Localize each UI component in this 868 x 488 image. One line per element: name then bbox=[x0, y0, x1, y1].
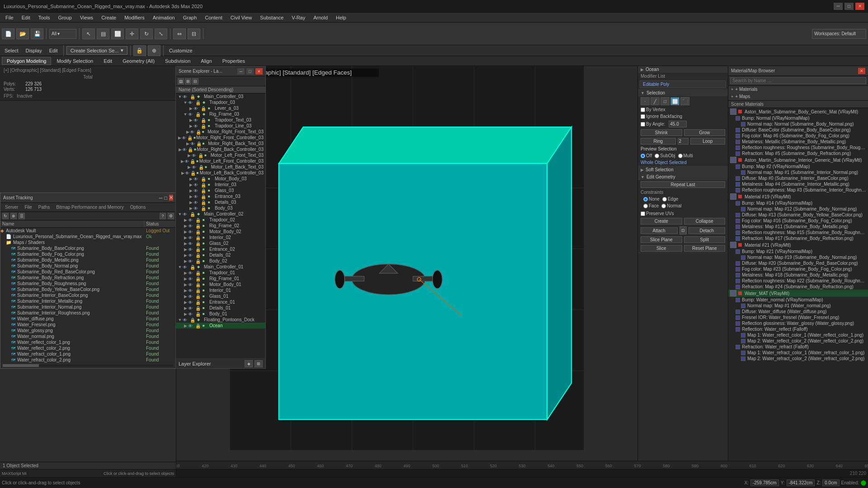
rotate-btn[interactable]: ↻ bbox=[140, 28, 153, 39]
normal-radio-input[interactable] bbox=[661, 204, 666, 208]
se-item[interactable]: ▶ 👁 🔒 ■ Details_01 bbox=[176, 305, 265, 311]
eye-icon[interactable]: 👁 bbox=[185, 171, 189, 175]
menu-item-group[interactable]: Group bbox=[54, 14, 75, 21]
lock-btn[interactable]: 🔒 bbox=[133, 45, 146, 56]
eye-icon[interactable]: 👁 bbox=[188, 282, 194, 287]
normal-radio[interactable]: Normal bbox=[661, 203, 681, 208]
mat-item[interactable]: Diffuse: BaseColor (Submarine_Body_BaseC… bbox=[728, 127, 868, 133]
se-toggle[interactable]: ▶ bbox=[189, 200, 193, 205]
lock-icon[interactable]: 🔒 bbox=[190, 159, 195, 164]
editable-poly-modifier[interactable]: Editable Poly bbox=[640, 80, 726, 88]
element-sel-btn[interactable]: ⬛ bbox=[680, 97, 689, 105]
grow-btn[interactable]: Grow bbox=[684, 129, 726, 136]
at-close-btn[interactable]: ✕ bbox=[169, 195, 173, 201]
lock-icon[interactable]: 🔒 bbox=[198, 153, 203, 158]
eye-icon[interactable]: 👁 bbox=[188, 112, 194, 117]
eye-icon[interactable]: 👁 bbox=[188, 288, 194, 293]
eye-icon[interactable]: 👁 bbox=[193, 188, 200, 193]
se-toggle[interactable]: ▶ bbox=[183, 306, 188, 310]
lock-icon[interactable]: 🔒 bbox=[195, 224, 202, 228]
se-item[interactable]: ▶ 👁 🔒 ■ Glass_03 bbox=[176, 188, 265, 193]
lock-icon[interactable]: 🔒 bbox=[201, 206, 207, 211]
se-toggle[interactable]: ▶ bbox=[183, 288, 188, 293]
edge-radio[interactable]: Edge bbox=[662, 197, 678, 202]
eye-icon[interactable]: 👁 bbox=[193, 177, 200, 181]
mb-search-input[interactable] bbox=[730, 77, 866, 84]
eye-icon[interactable]: 👁 bbox=[183, 265, 189, 269]
se-toggle[interactable]: ▶ bbox=[183, 282, 188, 287]
workspaces-dropdown[interactable]: Workspaces: Default bbox=[812, 29, 866, 39]
lock-icon[interactable]: 🔒 bbox=[190, 171, 196, 175]
mat-item[interactable]: Reflection roughness: Roughness (Submari… bbox=[728, 145, 868, 150]
se-toggle[interactable]: ▶ bbox=[183, 259, 188, 263]
se-toggle[interactable]: ▶ bbox=[179, 147, 182, 152]
se-toggle[interactable]: ▼ bbox=[178, 212, 182, 216]
lock-icon[interactable]: 🔒 bbox=[198, 165, 204, 169]
se-item[interactable]: ▶ 👁 🔒 ■ Motor_Right_Back_Text_03 bbox=[176, 141, 265, 146]
lock-icon[interactable]: 🔒 bbox=[195, 241, 202, 246]
eye-icon[interactable]: 👁 bbox=[193, 200, 200, 205]
eye-icon[interactable]: 👁 bbox=[193, 183, 200, 187]
se-expand-btn[interactable]: ⊞ bbox=[185, 78, 191, 84]
se-toggle[interactable]: ▼ bbox=[178, 318, 182, 322]
lock-icon[interactable]: 🔒 bbox=[201, 194, 207, 199]
at-tab-bitmap[interactable]: Bitmap Performance and Memory bbox=[53, 205, 127, 210]
se-toggle[interactable]: ▼ bbox=[178, 265, 182, 269]
se-toggle[interactable]: ▶ bbox=[183, 230, 188, 234]
open-btn[interactable]: 📂 bbox=[16, 28, 29, 39]
se-toggle[interactable]: ▶ bbox=[181, 171, 184, 175]
se-toggle[interactable]: ▶ bbox=[189, 194, 193, 199]
by-vertex-check[interactable] bbox=[641, 108, 645, 112]
mat-item[interactable]: Normal map: Map #1 (Water_normal.png) bbox=[728, 303, 868, 309]
se-item[interactable]: ▶ 👁 🔒 ■ Details_02 bbox=[176, 252, 265, 258]
mat-item[interactable]: Normal map: Map #1 (Submarine_Interior_N… bbox=[728, 169, 868, 175]
face-radio-input[interactable] bbox=[643, 204, 648, 208]
at-list[interactable]: ◆ Autodesk Vault Logged Out 📄 Luxurious_… bbox=[0, 228, 176, 363]
se-toggle[interactable]: ▶ bbox=[183, 300, 188, 305]
multi-radio-input[interactable] bbox=[678, 154, 683, 158]
lock-icon[interactable]: 🔒 bbox=[195, 288, 202, 293]
shrink-btn[interactable]: Shrink bbox=[641, 129, 682, 136]
menu-item-v-ray[interactable]: V-Ray bbox=[288, 14, 309, 21]
poly-sel-btn[interactable]: ⬜ bbox=[670, 97, 679, 105]
se-toggle[interactable]: ▶ bbox=[186, 141, 190, 146]
mat-item[interactable]: Refraction: Water_refract (Falloff) bbox=[728, 344, 868, 350]
at-item[interactable]: 📄 Luxurious_Personal_Submarine_Ocean_Rig… bbox=[0, 234, 176, 239]
se-item[interactable]: ▶ 👁 🔒 ■ Body_02 bbox=[176, 258, 265, 264]
se-item[interactable]: ▶ 👁 🔒 ■ Entrance_03 bbox=[176, 193, 265, 199]
se-item[interactable]: ▼ 👁 🔒 ◆ Floating_Pontoons_Dock bbox=[176, 317, 265, 323]
at-maximize-btn[interactable]: □ bbox=[164, 195, 167, 201]
by-angle-check[interactable] bbox=[641, 122, 645, 127]
material-list[interactable]: Aston_Martin_Submarine_Body_Generic_Mat … bbox=[728, 108, 868, 477]
se-toggle[interactable]: ▶ bbox=[183, 241, 188, 246]
se-item[interactable]: ▶ 👁 🔒 ■ Entrance_02 bbox=[176, 246, 265, 252]
se-toggle[interactable]: ▶ bbox=[181, 159, 184, 164]
se-item[interactable]: ▶ 👁 🔒 ■ Lever_a_03 bbox=[176, 105, 265, 111]
mode-tab-6[interactable]: Properties bbox=[217, 57, 250, 65]
menu-item-create[interactable]: Create bbox=[98, 14, 120, 21]
mat-item[interactable]: Normal map: Map #19 (Submarine_Body_Norm… bbox=[728, 254, 868, 260]
se-item[interactable]: ▶ 👁 🔒 ■ Details_03 bbox=[176, 199, 265, 205]
collapse-btn[interactable]: Collapse bbox=[684, 218, 726, 225]
at-view-btn[interactable]: ☰ bbox=[19, 213, 25, 219]
se-toggle[interactable]: ▶ bbox=[189, 124, 193, 128]
se-toggle[interactable]: ▶ bbox=[187, 165, 191, 169]
display-menu[interactable]: Display bbox=[23, 47, 45, 54]
off-radio-input[interactable] bbox=[641, 154, 645, 158]
mat-item[interactable]: Map 1: Water_refract_color_1 (Water_refr… bbox=[728, 350, 868, 356]
repeat-last-btn[interactable]: Repeat Last bbox=[641, 181, 725, 188]
at-item[interactable]: 🗺 Submarine_Body_Roughness.png Found bbox=[0, 281, 176, 286]
se-toggle[interactable]: ▶ bbox=[189, 106, 193, 111]
mat-item[interactable]: Material #19 (VRayMtl) bbox=[728, 193, 868, 200]
close-button[interactable]: ✕ bbox=[855, 3, 864, 10]
lock-icon[interactable]: 🔒 bbox=[195, 277, 202, 281]
y-value[interactable]: -841.322cm bbox=[787, 479, 815, 486]
by-angle-radio[interactable]: By Angle: bbox=[641, 122, 665, 127]
lock-icon[interactable]: 🔒 bbox=[195, 247, 202, 252]
eye-icon[interactable]: 👁 bbox=[188, 277, 194, 281]
mat-item[interactable]: Diffuse: Map #0 (Submarine_Interior_Base… bbox=[728, 175, 868, 181]
eye-icon[interactable]: 👁 bbox=[188, 100, 194, 105]
se-toggle[interactable]: ▶ bbox=[183, 224, 188, 228]
mat-item[interactable]: Water_MAT (VRayMtl) bbox=[728, 290, 868, 297]
create-selection-btn[interactable]: Create Selection Se... ▾ bbox=[66, 46, 127, 55]
